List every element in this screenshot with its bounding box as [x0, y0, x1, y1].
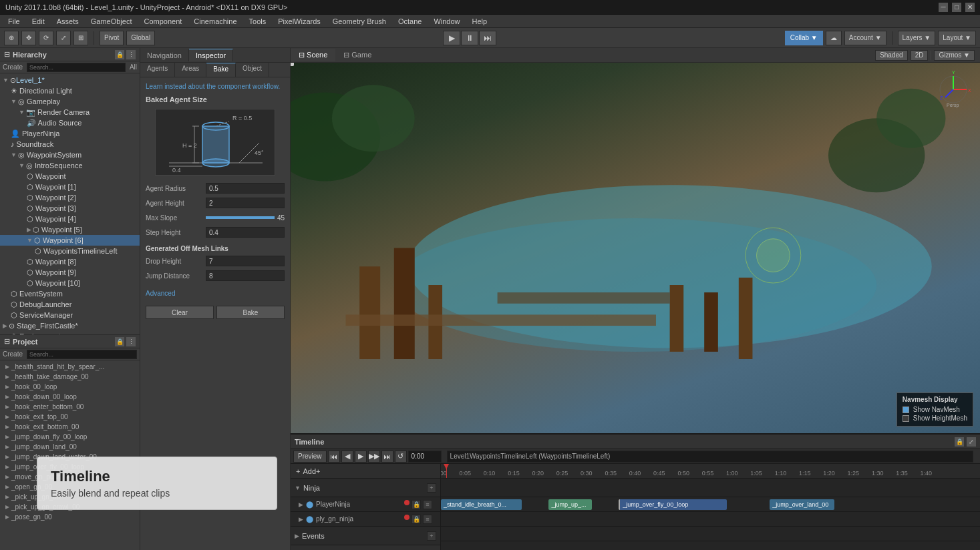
timeline-fwd-btn[interactable]: ▶▶ [368, 451, 380, 463]
pivot-button[interactable]: Pivot [100, 31, 124, 45]
hierarchy-create-btn[interactable]: Create [3, 63, 23, 71]
scene-tab[interactable]: ⊟ Scene [291, 49, 335, 61]
show-heightmesh-checkbox[interactable] [903, 415, 909, 422]
collab-button[interactable]: Collab ▼ [785, 31, 823, 45]
cloud-button[interactable]: ☁ [826, 31, 842, 45]
agent-radius-value[interactable]: 0.5 [206, 183, 285, 194]
show-navmesh-checkbox[interactable] [903, 406, 909, 413]
hierarchy-search-input[interactable] [27, 63, 126, 72]
ninja-add-icon[interactable]: + [427, 483, 436, 493]
2d-button[interactable]: 2D [911, 50, 929, 61]
menu-item-cinemachine[interactable]: Cinemachine [188, 16, 242, 27]
scene-viewport[interactable]: X Y Z Persp Navmesh Display Show NavMesh [291, 63, 980, 433]
tab-areas[interactable]: Areas [175, 63, 206, 77]
list-item[interactable]: ⬡ WaypointsTimelineLeft [0, 246, 140, 256]
gizmos-button[interactable]: Gizmos ▼ [934, 50, 975, 61]
timeline-next-btn[interactable]: ⏭ [381, 451, 393, 463]
events-add-icon[interactable]: + [427, 531, 436, 541]
list-item[interactable]: 🔊 Audio Source [0, 117, 140, 128]
list-item[interactable]: ⬡ ServiceManager [0, 310, 140, 320]
close-button[interactable]: ✕ [965, 3, 975, 12]
transform-tool-2[interactable]: ✥ [21, 31, 36, 45]
transform-tool-4[interactable]: ⤢ [56, 31, 71, 45]
list-item[interactable]: _jump_down_land_00 [0, 442, 140, 452]
timeline-loop-btn[interactable]: ↺ [395, 451, 407, 463]
events-track[interactable]: ▶ Events + [291, 527, 440, 545]
list-item[interactable]: ⬡ Environment [0, 331, 140, 334]
ply-lock-icon[interactable]: 🔒 [412, 515, 421, 524]
clip-jump-land[interactable]: _jump_over_land_00 [770, 499, 834, 510]
list-item[interactable]: ⬡ Waypoint [9] [0, 267, 140, 278]
transform-tool-3[interactable]: ⟳ [39, 31, 53, 45]
list-item[interactable]: ▼📷 Render Camera [0, 107, 140, 117]
list-item[interactable]: ▼◎ WaypointSystem [0, 150, 140, 160]
list-item[interactable]: ▼⊙ Level_1* [0, 75, 140, 85]
list-item[interactable]: ⬡ DebugLauncher [0, 299, 140, 310]
tab-navigation[interactable]: Navigation [140, 49, 189, 61]
ply-menu-icon[interactable]: ≡ [423, 515, 432, 524]
timeline-back-btn[interactable]: ◀ [341, 451, 353, 463]
list-item[interactable]: 👤 PlayerNinja [0, 128, 140, 139]
drop-height-value[interactable]: 7 [206, 256, 285, 266]
playerninja-lock-icon[interactable]: 🔒 [412, 500, 421, 509]
list-item[interactable]: _hook_00_loop [0, 382, 140, 392]
project-create-btn[interactable]: Create [3, 350, 23, 358]
timeline-tracks-right[interactable]: 0:00 0:05 0:10 0:15 0:20 0:25 0:30 0:35 … [441, 464, 980, 550]
timeline-prev-btn[interactable]: ⏮ [328, 451, 340, 463]
hierarchy-lock-btn[interactable]: 🔒 [115, 50, 124, 59]
clip-stand-idle[interactable]: _stand_idle_breath_0... [441, 499, 522, 510]
ply-gn-ninja-track[interactable]: ▶ ⬤ ply_gn_ninja 🔒 ≡ [291, 512, 440, 527]
timeline-add-btn[interactable]: + Add+ [291, 464, 440, 479]
menu-item-edit[interactable]: Edit [27, 16, 50, 27]
step-button[interactable]: ⏭ [479, 31, 496, 45]
menu-item-file[interactable]: File [3, 16, 25, 27]
timeline-preview-btn[interactable]: Preview [293, 451, 327, 463]
project-search-input[interactable] [27, 350, 137, 359]
list-item[interactable]: _hook_exit_bottom_00 [0, 422, 140, 432]
list-item[interactable]: _hook_exit_top_00 [0, 412, 140, 422]
tab-object[interactable]: Object [236, 63, 269, 77]
project-lock-btn[interactable]: 🔒 [115, 337, 124, 346]
menu-item-geometry-brush[interactable]: Geometry Brush [327, 16, 391, 27]
timeline-play-btn[interactable]: ▶ [355, 451, 367, 463]
game-tab[interactable]: ⊟ Game [335, 49, 379, 61]
play-button[interactable]: ▶ [443, 31, 460, 45]
list-item[interactable]: ⬡ Waypoint [1] [0, 182, 140, 192]
menu-item-window[interactable]: Window [428, 16, 465, 27]
list-item[interactable]: ⬡ Waypoint [3] [0, 203, 140, 214]
inspector-link[interactable]: Learn instead about the component workfl… [146, 83, 285, 90]
agent-height-value[interactable]: 2 [206, 198, 285, 208]
clip-jump-fly[interactable]: _jump_over_fly_00_loop [619, 499, 726, 510]
list-item[interactable]: ▼⬡ Waypoint [6] [0, 235, 140, 246]
maximize-button[interactable]: □ [952, 3, 961, 12]
menu-item-component[interactable]: Component [138, 16, 187, 27]
list-item[interactable]: _jump_down_fly_00_loop [0, 432, 140, 442]
timeline-expand-btn[interactable]: ⤢ [967, 437, 976, 447]
list-item[interactable]: ▼◎ Gameplay [0, 96, 140, 107]
timeline-lock-btn[interactable]: 🔒 [955, 437, 964, 447]
account-button[interactable]: Account ▼ [844, 31, 886, 45]
shaded-button[interactable]: Shaded [875, 50, 907, 61]
timeline-playhead[interactable] [446, 464, 447, 478]
tab-bake[interactable]: Bake [206, 63, 236, 77]
project-menu-btn[interactable]: ⋮ [126, 337, 136, 346]
bake-button[interactable]: Bake [216, 306, 285, 319]
menu-item-help[interactable]: Help [467, 16, 493, 27]
max-slope-slider[interactable]: 45 [206, 214, 285, 222]
playerninja-track[interactable]: ▶ ⬤ PlayerNinja 🔒 ≡ [291, 497, 440, 512]
menu-item-octane[interactable]: Octane [393, 16, 427, 27]
step-height-value[interactable]: 0.4 [206, 227, 285, 238]
list-item[interactable]: ☀ Directional Light [0, 85, 140, 96]
pause-button[interactable]: ⏸ [461, 31, 478, 45]
list-item[interactable]: ⬡ Waypoint [0, 171, 140, 182]
transform-tool-1[interactable]: ⊕ [4, 31, 19, 45]
list-item[interactable]: ⬡ Waypoint [8] [0, 256, 140, 267]
list-item[interactable]: ⬡ Waypoint [4] [0, 214, 140, 224]
transform-tool-5[interactable]: ⊞ [73, 31, 88, 45]
list-item[interactable]: ♪ Soundtrack [0, 139, 140, 150]
hierarchy-menu-btn[interactable]: ⋮ [126, 50, 136, 59]
playerninja-menu-icon[interactable]: ≡ [423, 500, 432, 509]
layers-button[interactable]: Layers ▼ [898, 31, 936, 45]
global-button[interactable]: Global [126, 31, 155, 45]
list-item[interactable]: _hook_enter_bottom_00 [0, 402, 140, 412]
